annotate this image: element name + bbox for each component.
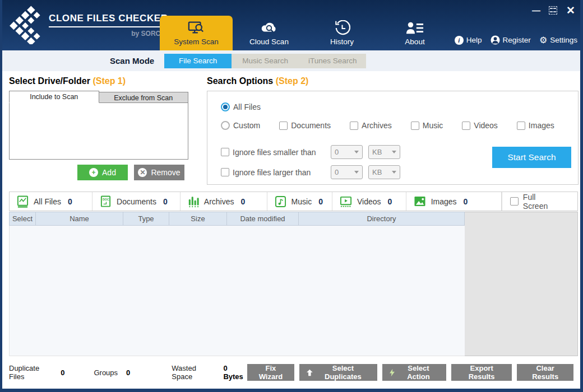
column-type[interactable]: Type: [123, 212, 169, 226]
smaller-unit-select[interactable]: KB: [368, 145, 400, 159]
tab-music-search[interactable]: Music Search: [232, 54, 299, 68]
folder-list-box[interactable]: [9, 102, 188, 160]
fix-wizard-button[interactable]: Fix Wizard: [247, 364, 294, 381]
wasted-space-label: Wasted Space: [172, 364, 215, 381]
music-option: Music: [411, 121, 443, 130]
export-results-button[interactable]: Export Results: [451, 364, 512, 381]
ignore-smaller-checkbox[interactable]: [221, 148, 229, 156]
search-options-panel: Search Options (Step 2) All Files Custom…: [207, 76, 579, 185]
category-images[interactable]: Images 0: [406, 192, 502, 211]
ignore-larger-checkbox[interactable]: [221, 168, 229, 176]
archives-checkbox[interactable]: [350, 122, 358, 130]
ignore-smaller-label: Ignore files smaller than: [233, 148, 316, 157]
duplicate-files-label: Duplicate Files: [9, 364, 52, 381]
close-button[interactable]: ✕: [566, 6, 575, 15]
remove-label: Remove: [151, 168, 180, 177]
add-button[interactable]: + Add: [77, 165, 128, 180]
documents-checkbox[interactable]: [279, 122, 288, 130]
category-all-files[interactable]: All Files 0: [10, 192, 92, 211]
category-archives[interactable]: Archives 0: [181, 192, 267, 211]
custom-radio[interactable]: [221, 121, 230, 130]
larger-unit: KB: [372, 168, 382, 176]
images-label: Images: [529, 121, 554, 130]
column-date-modified[interactable]: Date modified: [227, 212, 299, 226]
tab-include-to-scan[interactable]: Include to Scan: [9, 91, 99, 103]
nav-system-scan[interactable]: System Scan: [160, 16, 233, 50]
music-icon: [275, 195, 286, 208]
larger-unit-select[interactable]: KB: [368, 165, 400, 179]
column-name[interactable]: Name: [36, 212, 123, 226]
nav-cloud-scan[interactable]: Cloud Scan: [233, 16, 306, 50]
column-select[interactable]: Select: [9, 212, 36, 226]
category-music[interactable]: Music 0: [267, 192, 332, 211]
larger-value-select[interactable]: 0: [331, 165, 363, 179]
column-size[interactable]: Size: [169, 212, 227, 226]
app-logo: CLONE FILES CHECKER by SORCIM: [9, 5, 168, 44]
remove-button[interactable]: ✕ Remove: [134, 165, 184, 180]
all-files-radio[interactable]: [221, 102, 230, 111]
cross-circle-icon: ✕: [138, 168, 147, 177]
maximize-icon: [553, 11, 556, 12]
nav-about[interactable]: About: [378, 16, 451, 50]
column-directory[interactable]: Directory: [299, 212, 465, 226]
select-duplicates-button[interactable]: Select Duplicates: [299, 364, 377, 381]
start-search-button[interactable]: Start Search: [492, 147, 571, 168]
status-bar-buttons: Fix Wizard Select Duplicates Select Acti…: [247, 364, 573, 381]
clear-results-button[interactable]: Clear Results: [517, 364, 573, 381]
documents-icon: DOC: [100, 195, 112, 208]
help-link[interactable]: i Help: [455, 36, 482, 45]
music-checkbox[interactable]: [411, 122, 419, 130]
tab-exclude-from-scan[interactable]: Exclude from Scan: [99, 92, 189, 103]
wasted-space-value: 0 Bytes: [223, 364, 247, 381]
wasted-space-stat: Wasted Space 0 Bytes: [172, 364, 247, 381]
results-area: All Files 0 DOC Documents 0: [9, 192, 578, 356]
duplicate-files-value: 0: [61, 368, 64, 377]
settings-link[interactable]: ⚙ Settings: [539, 35, 577, 45]
quick-links: i Help Register ⚙ Settings: [455, 35, 577, 45]
scan-mode-label: Scan Mode: [110, 56, 154, 66]
maximize-icon: [550, 8, 553, 9]
folder-tabs: Include to Scan Exclude from Scan: [9, 91, 188, 103]
settings-label: Settings: [550, 36, 577, 44]
images-checkbox[interactable]: [517, 122, 525, 130]
window-controls: — ✕: [532, 4, 575, 16]
videos-checkbox[interactable]: [462, 122, 470, 130]
app-title: CLONE FILES CHECKER: [49, 13, 168, 27]
register-label: Register: [503, 36, 531, 44]
documents-label: Documents: [291, 121, 331, 130]
clear-results-label: Clear Results: [524, 364, 566, 381]
nav-history[interactable]: History: [306, 16, 378, 50]
tab-itunes-search[interactable]: iTunes Search: [299, 54, 366, 68]
register-link[interactable]: Register: [491, 35, 531, 45]
full-screen-label: Full Screen: [523, 193, 561, 211]
smaller-value-select[interactable]: 0: [331, 145, 363, 159]
maximize-icon: [550, 11, 553, 12]
help-label: Help: [466, 36, 482, 44]
folder-buttons: + Add ✕ Remove: [9, 165, 188, 180]
select-action-button[interactable]: Select Action: [382, 364, 446, 381]
category-documents[interactable]: DOC Documents 0: [92, 192, 181, 211]
music-label: Music: [423, 121, 443, 130]
maximize-button[interactable]: [549, 6, 557, 15]
main-nav: System Scan Cloud Scan History: [160, 16, 451, 50]
chevron-down-icon: [392, 171, 396, 174]
history-clock-icon: [334, 20, 350, 36]
minimize-button[interactable]: —: [532, 6, 540, 15]
arrow-up-icon: [307, 369, 313, 376]
select-action-label: Select Action: [398, 364, 439, 381]
results-side-panel: [465, 212, 578, 356]
category-count: 0: [388, 197, 392, 206]
step1-badge: (Step 1): [92, 76, 126, 86]
full-screen-checkbox[interactable]: [510, 197, 519, 206]
tab-file-search[interactable]: File Search: [164, 54, 232, 68]
full-screen-toggle[interactable]: Full Screen: [502, 192, 577, 211]
category-bar: All Files 0 DOC Documents 0: [9, 192, 578, 211]
category-videos[interactable]: Videos 0: [332, 192, 406, 211]
videos-option: Videos: [462, 121, 498, 130]
chevron-down-icon: [392, 151, 396, 153]
title-bar: CLONE FILES CHECKER by SORCIM System Sca…: [0, 0, 583, 50]
videos-icon: [340, 195, 352, 208]
select-duplicates-label: Select Duplicates: [316, 364, 370, 381]
nav-label: About: [405, 38, 424, 46]
fix-wizard-label: Fix Wizard: [255, 364, 287, 381]
